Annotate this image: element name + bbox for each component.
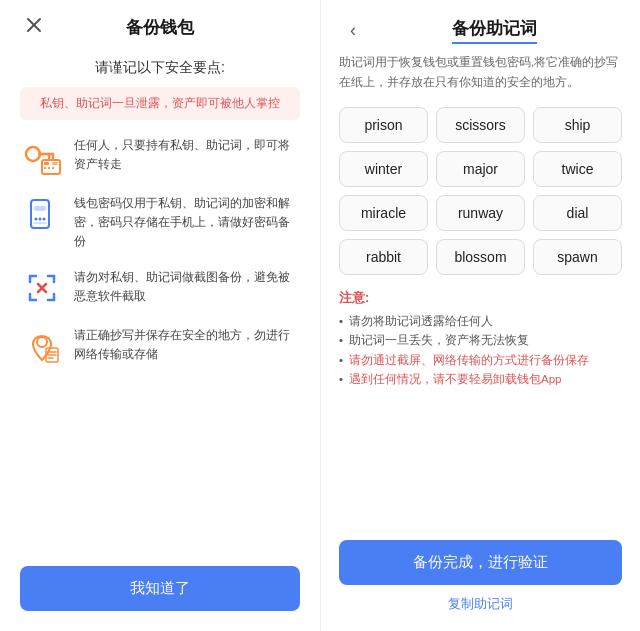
note-text-1: 请勿将助记词透露给任何人	[349, 315, 493, 327]
close-button[interactable]	[20, 11, 48, 39]
mnemonic-word-4: winter	[339, 151, 428, 187]
right-title: 备份助记词	[452, 17, 537, 44]
svg-rect-9	[48, 167, 50, 169]
key-calc-icon	[20, 134, 64, 178]
svg-rect-11	[52, 162, 58, 165]
mnemonic-word-7: miracle	[339, 195, 428, 231]
security-text-1: 任何人，只要持有私钥、助记词，即可将资产转走	[74, 134, 300, 174]
svg-rect-13	[34, 206, 46, 211]
security-text-3: 请勿对私钥、助记词做截图备份，避免被恶意软件截取	[74, 266, 300, 306]
security-item-4: 请正确抄写并保存在安全的地方，勿进行网络传输或存储	[20, 324, 300, 368]
mnemonic-word-12: spawn	[533, 239, 622, 275]
note-text-4: 遇到任何情况，请不要轻易卸载钱包App	[349, 373, 561, 385]
acknowledge-button[interactable]: 我知道了	[20, 566, 300, 611]
confirm-backup-button[interactable]: 备份完成，进行验证	[339, 540, 622, 585]
mnemonic-word-2: scissors	[436, 107, 525, 143]
svg-point-14	[35, 218, 38, 221]
security-items-list: 任何人，只要持有私钥、助记词，即可将资产转走 钱包密码仅用于私钥、助记词的加密和…	[20, 134, 300, 552]
warning-box: 私钥、助记词一旦泄露，资产即可被他人掌控	[20, 87, 300, 120]
left-header: 备份钱包	[20, 0, 300, 49]
location-icon	[20, 324, 64, 368]
mnemonic-word-1: prison	[339, 107, 428, 143]
warning-text: 私钥、助记词一旦泄露，资产即可被他人掌控	[34, 95, 286, 112]
mnemonic-word-3: ship	[533, 107, 622, 143]
mnemonic-word-9: dial	[533, 195, 622, 231]
svg-rect-10	[52, 167, 54, 169]
mnemonic-word-6: twice	[533, 151, 622, 187]
right-description: 助记词用于恢复钱包或重置钱包密码,将它准确的抄写在纸上，并存放在只有你知道的安全…	[339, 52, 622, 93]
copy-mnemonic-link[interactable]: 复制助记词	[339, 595, 622, 613]
security-text-4: 请正确抄写并保存在安全的地方，勿进行网络传输或存储	[74, 324, 300, 364]
note-item-1: 请勿将助记词透露给任何人	[339, 312, 622, 332]
notes-title: 注意:	[339, 289, 622, 307]
svg-rect-12	[31, 200, 49, 228]
mnemonic-word-5: major	[436, 151, 525, 187]
security-text-2: 钱包密码仅用于私钥、助记词的加密和解密，密码只存储在手机上，请做好密码备份	[74, 192, 300, 252]
security-item-2: 钱包密码仅用于私钥、助记词的加密和解密，密码只存储在手机上，请做好密码备份	[20, 192, 300, 252]
svg-point-15	[39, 218, 42, 221]
notes-section: 注意: 请勿将助记词透露给任何人 助记词一旦丢失，资产将无法恢复 请勿通过截屏、…	[339, 289, 622, 390]
svg-rect-8	[44, 167, 46, 169]
svg-rect-7	[44, 162, 49, 165]
scan-x-icon	[20, 266, 64, 310]
security-item-1: 任何人，只要持有私钥、助记词，即可将资产转走	[20, 134, 300, 178]
left-panel: 备份钱包 请谨记以下安全要点: 私钥、助记词一旦泄露，资产即可被他人掌控	[0, 0, 320, 631]
close-icon	[26, 17, 42, 33]
note-text-3: 请勿通过截屏、网络传输的方式进行备份保存	[349, 354, 589, 366]
notes-list: 请勿将助记词透露给任何人 助记词一旦丢失，资产将无法恢复 请勿通过截屏、网络传输…	[339, 312, 622, 390]
back-button[interactable]: ‹	[339, 16, 367, 44]
note-item-3: 请勿通过截屏、网络传输的方式进行备份保存	[339, 351, 622, 371]
right-title-wrap: 备份助记词	[367, 17, 622, 44]
right-panel: ‹ 备份助记词 助记词用于恢复钱包或重置钱包密码,将它准确的抄写在纸上，并存放在…	[320, 0, 640, 631]
security-item-3: 请勿对私钥、助记词做截图备份，避免被恶意软件截取	[20, 266, 300, 310]
svg-point-16	[43, 218, 46, 221]
mnemonic-grid: prison scissors ship winter major twice …	[339, 107, 622, 275]
right-header: ‹ 备份助记词	[339, 0, 622, 52]
left-title: 备份钱包	[126, 16, 194, 39]
note-text-2: 助记词一旦丢失，资产将无法恢复	[349, 334, 529, 346]
note-item-2: 助记词一旦丢失，资产将无法恢复	[339, 331, 622, 351]
phone-dots-icon	[20, 192, 64, 236]
svg-point-20	[37, 337, 47, 347]
mnemonic-word-10: rabbit	[339, 239, 428, 275]
note-item-4: 遇到任何情况，请不要轻易卸载钱包App	[339, 370, 622, 390]
mnemonic-word-8: runway	[436, 195, 525, 231]
left-subtitle: 请谨记以下安全要点:	[95, 59, 225, 77]
mnemonic-word-11: blossom	[436, 239, 525, 275]
